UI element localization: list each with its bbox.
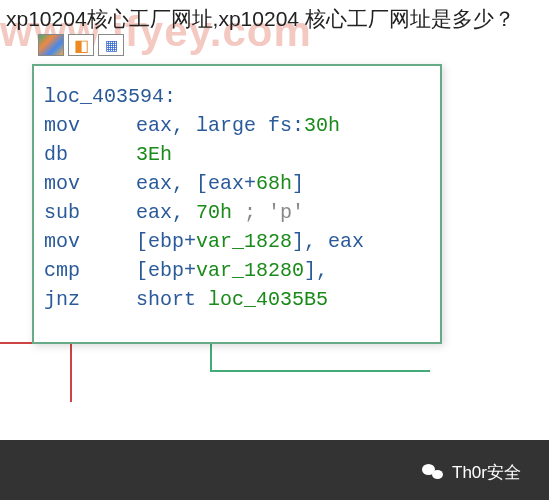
brand-text: Th0r安全 (452, 461, 521, 484)
wechat-icon (422, 462, 444, 484)
code-line: mov[ebp+var_1828], eax (44, 227, 430, 256)
code-line: moveax, [eax+68h] (44, 169, 430, 198)
disassembly-block: loc_403594: moveax, large fs:30hdb3Ehmov… (32, 64, 442, 344)
flow-connector-green (210, 342, 430, 372)
icon-toolbar: ◧ ▦ (38, 34, 124, 56)
paint-icon (38, 34, 64, 56)
code-line: subeax, 70h ; 'p' (44, 198, 430, 227)
code-line: db3Eh (44, 140, 430, 169)
code-label: loc_403594: (44, 82, 430, 111)
code-line: cmp[ebp+var_18280], (44, 256, 430, 285)
pixel-icon: ◧ (68, 34, 94, 56)
page-title: xp10204核心工厂网址,xp10204 核心工厂网址是多少？ (6, 4, 515, 33)
code-line: jnzshort loc_4035B5 (44, 285, 430, 314)
flow-connector-red (0, 342, 72, 402)
file-icon: ▦ (98, 34, 124, 56)
footer-brand: Th0r安全 (422, 461, 521, 484)
code-line: moveax, large fs:30h (44, 111, 430, 140)
